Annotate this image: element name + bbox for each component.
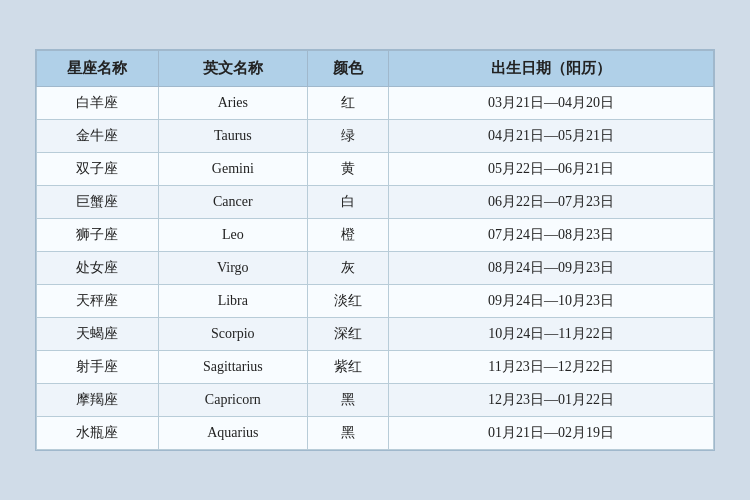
cell-color: 绿 bbox=[307, 120, 388, 153]
table-row: 天蝎座Scorpio深红10月24日—11月22日 bbox=[37, 318, 714, 351]
cell-color: 黄 bbox=[307, 153, 388, 186]
cell-date: 08月24日—09月23日 bbox=[389, 252, 714, 285]
cell-chinese: 摩羯座 bbox=[37, 384, 159, 417]
cell-color: 深红 bbox=[307, 318, 388, 351]
cell-color: 橙 bbox=[307, 219, 388, 252]
table-row: 水瓶座Aquarius黑01月21日—02月19日 bbox=[37, 417, 714, 450]
cell-english: Virgo bbox=[158, 252, 307, 285]
table-row: 处女座Virgo灰08月24日—09月23日 bbox=[37, 252, 714, 285]
cell-date: 03月21日—04月20日 bbox=[389, 87, 714, 120]
table-body: 白羊座Aries红03月21日—04月20日金牛座Taurus绿04月21日—0… bbox=[37, 87, 714, 450]
cell-chinese: 白羊座 bbox=[37, 87, 159, 120]
cell-chinese: 水瓶座 bbox=[37, 417, 159, 450]
cell-color: 紫红 bbox=[307, 351, 388, 384]
table-header-row: 星座名称 英文名称 颜色 出生日期（阳历） bbox=[37, 51, 714, 87]
cell-date: 06月22日—07月23日 bbox=[389, 186, 714, 219]
cell-chinese: 天秤座 bbox=[37, 285, 159, 318]
zodiac-table: 星座名称 英文名称 颜色 出生日期（阳历） 白羊座Aries红03月21日—04… bbox=[36, 50, 714, 450]
cell-english: Aries bbox=[158, 87, 307, 120]
cell-english: Gemini bbox=[158, 153, 307, 186]
cell-english: Leo bbox=[158, 219, 307, 252]
cell-chinese: 处女座 bbox=[37, 252, 159, 285]
cell-chinese: 巨蟹座 bbox=[37, 186, 159, 219]
table-row: 白羊座Aries红03月21日—04月20日 bbox=[37, 87, 714, 120]
cell-date: 11月23日—12月22日 bbox=[389, 351, 714, 384]
cell-date: 12月23日—01月22日 bbox=[389, 384, 714, 417]
cell-date: 05月22日—06月21日 bbox=[389, 153, 714, 186]
cell-chinese: 射手座 bbox=[37, 351, 159, 384]
cell-english: Taurus bbox=[158, 120, 307, 153]
cell-date: 04月21日—05月21日 bbox=[389, 120, 714, 153]
cell-date: 09月24日—10月23日 bbox=[389, 285, 714, 318]
table-row: 金牛座Taurus绿04月21日—05月21日 bbox=[37, 120, 714, 153]
cell-english: Scorpio bbox=[158, 318, 307, 351]
cell-color: 红 bbox=[307, 87, 388, 120]
cell-english: Capricorn bbox=[158, 384, 307, 417]
cell-date: 10月24日—11月22日 bbox=[389, 318, 714, 351]
header-chinese: 星座名称 bbox=[37, 51, 159, 87]
cell-date: 01月21日—02月19日 bbox=[389, 417, 714, 450]
table-row: 狮子座Leo橙07月24日—08月23日 bbox=[37, 219, 714, 252]
header-date: 出生日期（阳历） bbox=[389, 51, 714, 87]
header-color: 颜色 bbox=[307, 51, 388, 87]
cell-color: 黑 bbox=[307, 384, 388, 417]
cell-english: Cancer bbox=[158, 186, 307, 219]
cell-english: Aquarius bbox=[158, 417, 307, 450]
zodiac-table-container: 星座名称 英文名称 颜色 出生日期（阳历） 白羊座Aries红03月21日—04… bbox=[35, 49, 715, 451]
cell-chinese: 双子座 bbox=[37, 153, 159, 186]
cell-chinese: 金牛座 bbox=[37, 120, 159, 153]
table-row: 射手座Sagittarius紫红11月23日—12月22日 bbox=[37, 351, 714, 384]
table-row: 摩羯座Capricorn黑12月23日—01月22日 bbox=[37, 384, 714, 417]
cell-color: 黑 bbox=[307, 417, 388, 450]
cell-color: 淡红 bbox=[307, 285, 388, 318]
table-row: 巨蟹座Cancer白06月22日—07月23日 bbox=[37, 186, 714, 219]
cell-color: 灰 bbox=[307, 252, 388, 285]
header-english: 英文名称 bbox=[158, 51, 307, 87]
cell-chinese: 天蝎座 bbox=[37, 318, 159, 351]
table-row: 天秤座Libra淡红09月24日—10月23日 bbox=[37, 285, 714, 318]
cell-color: 白 bbox=[307, 186, 388, 219]
cell-english: Sagittarius bbox=[158, 351, 307, 384]
cell-english: Libra bbox=[158, 285, 307, 318]
table-row: 双子座Gemini黄05月22日—06月21日 bbox=[37, 153, 714, 186]
cell-date: 07月24日—08月23日 bbox=[389, 219, 714, 252]
cell-chinese: 狮子座 bbox=[37, 219, 159, 252]
